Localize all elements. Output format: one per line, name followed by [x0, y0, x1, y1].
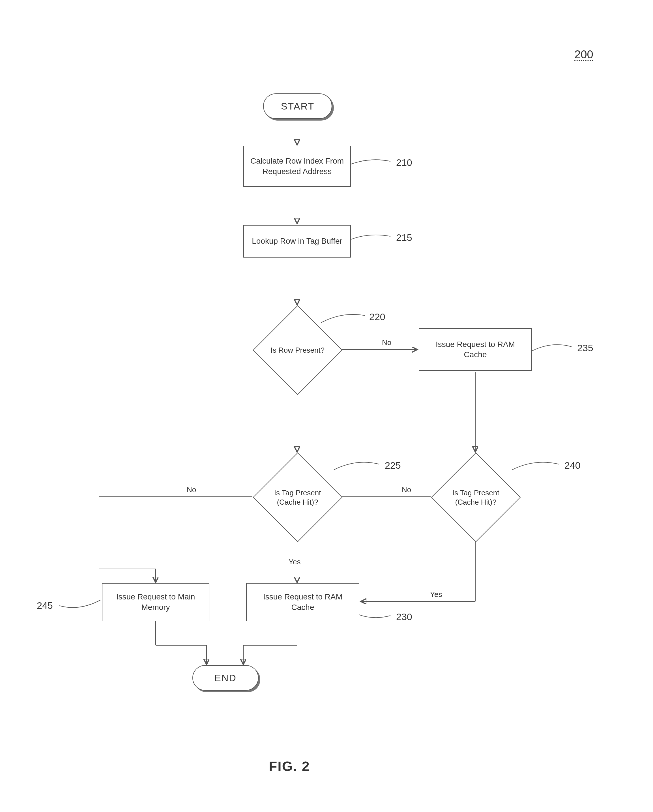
decision-tag-present-240: Is Tag Present (Cache Hit)?	[431, 453, 521, 542]
end-terminator: END	[192, 665, 259, 691]
figure-page: 200	[0, 0, 653, 812]
ref-240: 240	[565, 460, 581, 471]
edge-row-present-no: No	[382, 338, 391, 347]
ref-220: 220	[369, 311, 385, 322]
decision-tag-present-225: Is Tag Present (Cache Hit)?	[253, 453, 343, 542]
start-label: START	[281, 101, 314, 112]
figure-caption: FIG. 2	[269, 759, 310, 774]
figure-number-top: 200	[574, 48, 593, 61]
edge-tag225-yes: Yes	[288, 557, 301, 566]
ref-230: 230	[396, 611, 412, 623]
ref-210: 210	[396, 157, 412, 168]
decision-row-present: Is Row Present?	[253, 305, 343, 395]
end-label: END	[214, 673, 236, 684]
decision-tag-225-label: Is Tag Present (Cache Hit)?	[267, 488, 329, 507]
ref-235: 235	[577, 342, 593, 354]
process-calc-row-index: Calculate Row Index From Requested Addre…	[243, 146, 351, 187]
process-lookup-row: Lookup Row in Tag Buffer	[243, 225, 351, 258]
decision-row-present-label: Is Row Present?	[267, 346, 329, 355]
process-issue-main-memory: Issue Request to Main Memory	[102, 583, 209, 621]
edge-tag225-no: No	[187, 485, 196, 494]
ref-245: 245	[37, 600, 53, 611]
process-issue-ram-235: Issue Request to RAM Cache	[419, 328, 532, 371]
edge-tag240-no: No	[402, 485, 411, 494]
connectors	[0, 0, 653, 812]
edge-tag240-yes: Yes	[430, 590, 442, 599]
decision-tag-240-label: Is Tag Present (Cache Hit)?	[445, 488, 507, 507]
process-issue-ram-230: Issue Request to RAM Cache	[246, 583, 359, 621]
ref-225: 225	[385, 460, 401, 471]
ref-215: 215	[396, 232, 412, 243]
start-terminator: START	[263, 93, 332, 119]
